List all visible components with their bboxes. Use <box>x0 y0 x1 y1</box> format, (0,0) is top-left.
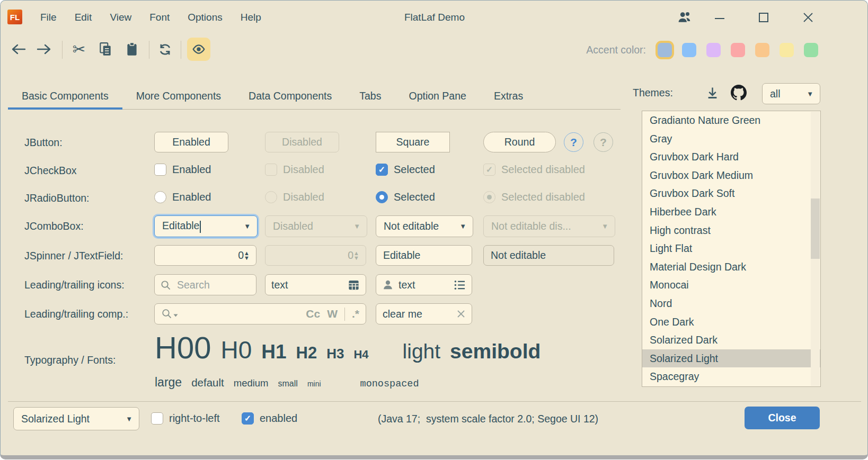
spinner-value: 0 <box>265 249 353 261</box>
close-button[interactable]: Close <box>745 407 820 429</box>
copy-button[interactable] <box>94 38 117 61</box>
minimize-icon <box>714 12 725 23</box>
clearable-field-value[interactable]: clear me <box>383 308 457 320</box>
regex-button[interactable]: .* <box>352 308 359 320</box>
text-field-value[interactable]: text <box>398 279 449 291</box>
theme-item[interactable]: Material Design Dark <box>642 258 820 276</box>
theme-item[interactable]: Spacegray <box>642 367 820 386</box>
download-themes-button[interactable] <box>705 86 720 100</box>
radio-label: Enabled <box>172 191 211 203</box>
clearable-text-field[interactable]: clear me <box>376 303 472 324</box>
chevron-down-icon[interactable]: ▼ <box>459 222 466 230</box>
spinner-arrows[interactable]: ▲▼ <box>244 251 250 260</box>
theme-item[interactable]: Gradianto Nature Green <box>642 111 820 130</box>
themes-filter-combobox[interactable]: all ▼ <box>762 83 820 104</box>
theme-item-selected[interactable]: Solarized Light <box>642 349 820 368</box>
tab-option-pane[interactable]: Option Pane <box>395 82 480 110</box>
menu-help[interactable]: Help <box>232 1 270 34</box>
editable-textfield[interactable]: Editable <box>376 245 472 266</box>
checkbox-enabled[interactable]: Enabled <box>154 164 211 176</box>
themes-scrollbar-thumb[interactable] <box>811 199 820 259</box>
minimize-button[interactable] <box>711 1 729 34</box>
menu-options[interactable]: Options <box>179 1 231 34</box>
theme-item[interactable]: Hiberbee Dark <box>642 203 820 221</box>
theme-item[interactable]: Monocai <box>642 276 820 294</box>
help-button[interactable]: ? <box>564 132 583 152</box>
accent-swatch-red[interactable] <box>731 43 745 57</box>
search-field[interactable] <box>154 274 256 295</box>
menu-edit[interactable]: Edit <box>66 1 101 34</box>
round-button[interactable]: Round <box>483 132 556 152</box>
chevron-down-icon: ▼ <box>807 90 813 98</box>
radio-icon <box>265 191 277 203</box>
not-editable-combobox[interactable]: Not editable ▼ <box>376 215 473 237</box>
theme-item[interactable]: Gruvbox Dark Medium <box>642 166 820 185</box>
themes-list[interactable]: Gradianto Nature Green Gray Gruvbox Dark… <box>642 111 821 387</box>
cut-button[interactable]: ✂ <box>67 38 91 61</box>
checkbox-checked-icon[interactable]: ✓ <box>242 412 254 425</box>
theme-item[interactable]: Light Flat <box>642 239 820 258</box>
maximize-button[interactable] <box>755 1 773 34</box>
accent-swatch-yellow[interactable] <box>780 43 794 57</box>
themes-scrollbar-track[interactable] <box>811 112 820 386</box>
refresh-button[interactable] <box>153 38 176 61</box>
accent-swatch-blue[interactable] <box>682 43 696 57</box>
text-field-user[interactable]: text <box>376 274 472 295</box>
tab-extras[interactable]: Extras <box>480 82 537 110</box>
show-hidden-toggle[interactable] <box>187 38 210 61</box>
search-field-with-options[interactable]: Cc W .* <box>154 303 366 324</box>
menu-file[interactable]: File <box>31 1 66 34</box>
tab-data-components[interactable]: Data Components <box>235 82 346 110</box>
theme-item[interactable]: High contrast <box>642 221 820 240</box>
spinner-disabled: 0 ▲▼ <box>265 245 366 266</box>
close-window-button[interactable] <box>799 1 817 34</box>
rtl-checkbox[interactable]: right-to-left <box>151 412 220 425</box>
back-button[interactable] <box>7 38 30 61</box>
chevron-down-icon[interactable]: ▼ <box>244 222 251 230</box>
forward-button[interactable] <box>32 38 56 61</box>
checkbox-icon[interactable] <box>154 164 166 176</box>
accent-swatch-green[interactable] <box>804 43 818 57</box>
theme-item[interactable]: Gruvbox Dark Hard <box>642 148 820 166</box>
theme-item[interactable]: Gray <box>642 130 820 148</box>
accent-swatch-orange[interactable] <box>755 43 769 57</box>
text-field-value[interactable]: text <box>271 279 348 291</box>
theme-item[interactable]: Solarized Dark <box>642 331 820 349</box>
radio-selected[interactable]: Selected <box>376 191 435 203</box>
accent-swatch-purple[interactable] <box>706 43 721 57</box>
clear-icon[interactable] <box>457 310 465 318</box>
square-button[interactable]: Square <box>376 132 450 152</box>
accent-swatch-blue-gray[interactable] <box>658 43 672 57</box>
theme-item[interactable]: Gruvbox Dark Soft <box>642 184 820 203</box>
spinner-value[interactable]: 0 <box>155 249 244 261</box>
editable-combobox[interactable]: Editable ▼ <box>154 215 258 237</box>
menu-view[interactable]: View <box>101 1 140 34</box>
theme-item[interactable]: One Dark <box>642 313 820 331</box>
checkbox-icon[interactable] <box>151 412 163 425</box>
menu-font[interactable]: Font <box>140 1 179 34</box>
forward-arrow-icon <box>36 43 52 56</box>
tab-more-components[interactable]: More Components <box>122 82 235 110</box>
tab-tabs[interactable]: Tabs <box>346 82 395 110</box>
radio-icon[interactable] <box>154 191 166 203</box>
paste-button[interactable] <box>120 38 144 61</box>
enabled-button[interactable]: Enabled <box>154 132 228 152</box>
github-link-button[interactable] <box>731 85 747 101</box>
spinner[interactable]: 0 ▲▼ <box>154 245 256 266</box>
enabled-checkbox[interactable]: ✓ enabled <box>242 412 297 425</box>
match-case-button[interactable]: Cc <box>306 308 320 320</box>
search-menu-button[interactable] <box>161 308 178 320</box>
whole-word-button[interactable]: W <box>327 308 338 320</box>
theme-item[interactable]: Nord <box>642 294 820 313</box>
checkbox-checked-icon[interactable]: ✓ <box>376 164 388 176</box>
search-input[interactable] <box>176 278 242 292</box>
text-field-calendar[interactable]: text <box>265 274 366 295</box>
tab-basic-components[interactable]: Basic Components <box>8 82 122 110</box>
jspinner-row-label: JSpinner / JTextField: <box>24 250 123 262</box>
radio-selected-icon[interactable] <box>376 191 388 203</box>
theme-selector-combobox[interactable]: Solarized Light ▼ <box>13 407 139 430</box>
combobox-value[interactable]: Editable <box>155 220 244 232</box>
checkbox-selected[interactable]: ✓ Selected <box>376 164 435 176</box>
radio-enabled[interactable]: Enabled <box>154 191 211 203</box>
users-button[interactable] <box>675 1 693 34</box>
